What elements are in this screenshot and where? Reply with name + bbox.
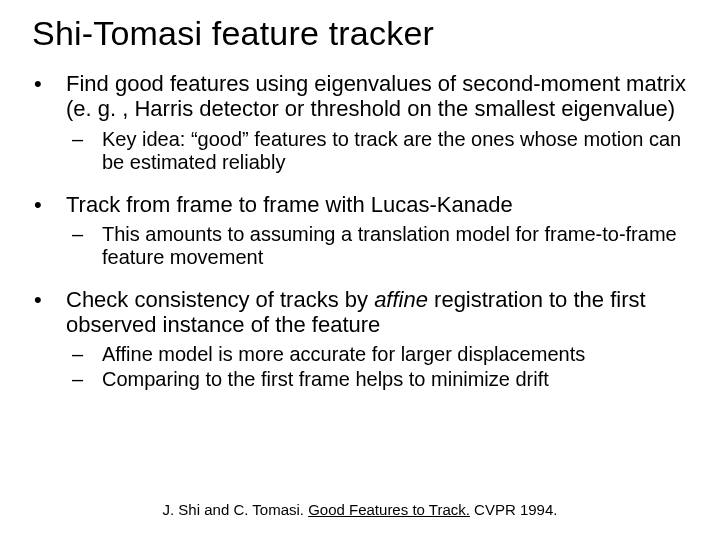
sub-bullet-marker: – [72,343,102,366]
bullet-marker: • [28,71,66,96]
citation-link[interactable]: Good Features to Track. [308,501,470,518]
bullet-item: • Find good features using eigenvalues o… [28,71,692,122]
bullet-item: • Check consistency of tracks by affine … [28,287,692,338]
bullet-marker: • [28,192,66,217]
sub-bullet-marker: – [72,223,102,246]
sub-bullet-item: – This amounts to assuming a translation… [72,223,692,269]
sub-bullet-text: Affine model is more accurate for larger… [102,343,692,366]
bullet-item: • Track from frame to frame with Lucas-K… [28,192,692,217]
citation-prefix: J. Shi and C. Tomasi. [163,501,309,518]
sub-bullet-marker: – [72,368,102,391]
sub-bullet-marker: – [72,128,102,151]
citation-suffix: CVPR 1994. [470,501,558,518]
citation: J. Shi and C. Tomasi. Good Features to T… [0,501,720,518]
bullet-text: Find good features using eigenvalues of … [66,71,692,122]
bullet-text: Track from frame to frame with Lucas-Kan… [66,192,692,217]
bullet-text: Check consistency of tracks by affine re… [66,287,692,338]
sub-bullet-item: – Comparing to the first frame helps to … [72,368,692,391]
slide-title: Shi-Tomasi feature tracker [32,14,692,53]
bullet-marker: • [28,287,66,312]
sub-bullet-text: Key idea: “good” features to track are t… [102,128,692,174]
sub-bullet-text: Comparing to the first frame helps to mi… [102,368,692,391]
sub-bullet-item: – Affine model is more accurate for larg… [72,343,692,366]
sub-bullet-item: – Key idea: “good” features to track are… [72,128,692,174]
slide: Shi-Tomasi feature tracker • Find good f… [0,0,720,540]
sub-bullet-text: This amounts to assuming a translation m… [102,223,692,269]
